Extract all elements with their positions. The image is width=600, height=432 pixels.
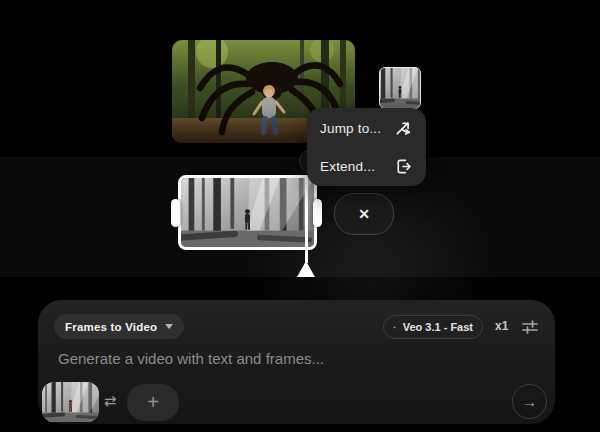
model-selector-label: Veo 3.1 - Fast <box>403 321 473 333</box>
selected-timeline-clip[interactable] <box>178 175 317 250</box>
generate-send-button[interactable]: → <box>512 384 547 419</box>
menu-item-label: Jump to... <box>320 121 381 136</box>
volume-icon <box>393 321 397 334</box>
bw-forest-art <box>181 178 314 247</box>
menu-item-label: Extend... <box>320 159 375 174</box>
mode-selector-label: Frames to Video <box>65 321 157 333</box>
prompt-input[interactable] <box>56 344 530 372</box>
frame-chip-thumbnail[interactable] <box>42 382 99 422</box>
deselect-clip-button[interactable]: ✕ <box>334 193 394 235</box>
bw-forest-art <box>42 382 99 422</box>
model-selector-button[interactable]: Veo 3.1 - Fast <box>383 315 483 339</box>
menu-item-jump-to[interactable]: Jump to... <box>307 109 426 147</box>
swap-glyph: ⇄ <box>104 392 117 410</box>
jump-to-icon <box>394 119 413 138</box>
plus-icon: + <box>147 391 159 414</box>
swap-frames-icon[interactable]: ⇄ <box>99 390 121 412</box>
composer-panel: Frames to Video Veo 3.1 - Fast x1 ⇄ <box>38 300 555 424</box>
playhead-line[interactable] <box>305 175 308 263</box>
add-frame-button[interactable]: + <box>127 384 179 421</box>
chevron-down-icon <box>165 324 173 329</box>
attached-frame-thumbnail[interactable] <box>379 67 421 109</box>
settings-sliders-icon[interactable] <box>519 316 541 338</box>
flow-editor-stage: Jump to... Extend... <box>0 0 600 432</box>
output-count-label[interactable]: x1 <box>495 319 508 333</box>
menu-item-extend[interactable]: Extend... <box>307 147 426 185</box>
clip-trim-handle-left[interactable] <box>171 199 180 227</box>
mode-selector-button[interactable]: Frames to Video <box>54 314 184 339</box>
clip-context-menu: Jump to... Extend... <box>307 108 426 186</box>
close-icon: ✕ <box>358 206 370 222</box>
clip-trim-handle-right[interactable] <box>313 199 322 227</box>
bw-forest-art <box>380 68 420 108</box>
playhead-marker[interactable] <box>297 261 315 277</box>
arrow-right-icon: → <box>522 393 537 410</box>
extend-icon <box>394 157 413 176</box>
